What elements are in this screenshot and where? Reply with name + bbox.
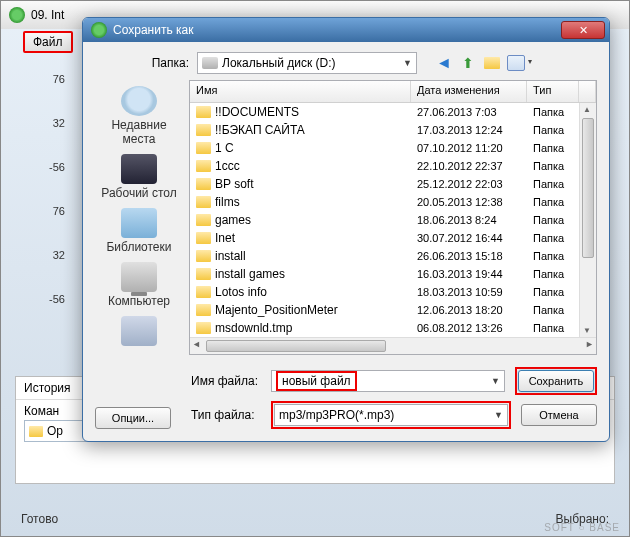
file-name: Inet: [215, 231, 235, 245]
file-type: Папка: [527, 250, 579, 262]
folder-icon: [196, 196, 211, 208]
back-icon[interactable]: ◄: [435, 54, 453, 72]
up-folder-icon[interactable]: ⬆: [459, 54, 477, 72]
file-date: 26.06.2013 15:18: [411, 250, 527, 262]
file-row[interactable]: games18.06.2013 8:24Папка: [190, 211, 596, 229]
sidebar-network[interactable]: [95, 314, 183, 350]
file-row[interactable]: Majento_PositionMeter12.06.2013 18:20Пап…: [190, 301, 596, 319]
filetype-label: Тип файла:: [191, 408, 261, 422]
close-button[interactable]: ✕: [561, 21, 605, 39]
folder-dropdown[interactable]: Локальный диск (D:) ▼: [197, 52, 417, 74]
file-row[interactable]: msdownld.tmp06.08.2012 13:26Папка: [190, 319, 596, 337]
file-type: Папка: [527, 124, 579, 136]
file-date: 27.06.2013 7:03: [411, 106, 527, 118]
folder-icon: [196, 232, 211, 244]
scroll-thumb[interactable]: [582, 118, 594, 258]
file-type: Папка: [527, 322, 579, 334]
horizontal-scrollbar[interactable]: [190, 337, 596, 354]
file-type: Папка: [527, 268, 579, 280]
file-row[interactable]: install26.06.2013 15:18Папка: [190, 247, 596, 265]
file-date: 18.06.2013 8:24: [411, 214, 527, 226]
computer-icon: [121, 262, 157, 292]
file-date: 12.06.2013 18:20: [411, 304, 527, 316]
folder-label: Папка:: [145, 56, 189, 70]
filename-input[interactable]: новый файл ▼: [271, 370, 505, 392]
cancel-button[interactable]: Отмена: [521, 404, 597, 426]
file-type: Папка: [527, 304, 579, 316]
file-row[interactable]: 1ccc22.10.2012 22:37Папка: [190, 157, 596, 175]
file-name: games: [215, 213, 251, 227]
file-row[interactable]: Inet30.07.2012 16:44Папка: [190, 229, 596, 247]
view-menu-icon[interactable]: [507, 54, 525, 72]
file-row[interactable]: 1 С07.10.2012 11:20Папка: [190, 139, 596, 157]
col-date[interactable]: Дата изменения: [411, 81, 527, 102]
ruler-tick: -56: [23, 277, 71, 321]
sidebar-computer[interactable]: Компьютер: [95, 260, 183, 310]
file-name: 1 С: [215, 141, 234, 155]
file-date: 17.03.2013 12:24: [411, 124, 527, 136]
folder-value: Локальный диск (D:): [222, 56, 336, 70]
recent-icon: [121, 86, 157, 116]
file-type: Папка: [527, 142, 579, 154]
filetype-value: mp3/mp3PRO(*.mp3): [279, 408, 394, 422]
file-name: install: [215, 249, 246, 263]
file-date: 20.05.2013 12:38: [411, 196, 527, 208]
file-type: Папка: [527, 214, 579, 226]
folder-icon: [196, 322, 211, 334]
file-name: Lotos info: [215, 285, 267, 299]
new-folder-icon[interactable]: [483, 54, 501, 72]
left-ruler: 76 32 -56 76 32 -56: [23, 57, 71, 321]
folder-icon: [196, 160, 211, 172]
col-name[interactable]: Имя: [190, 81, 411, 102]
file-date: 25.12.2012 22:03: [411, 178, 527, 190]
file-date: 06.08.2012 13:26: [411, 322, 527, 334]
ruler-tick: 32: [23, 233, 71, 277]
ruler-tick: 76: [23, 57, 71, 101]
file-type: Папка: [527, 196, 579, 208]
file-date: 22.10.2012 22:37: [411, 160, 527, 172]
file-row[interactable]: install games16.03.2013 19:44Папка: [190, 265, 596, 283]
dialog-icon: [91, 22, 107, 38]
file-list-panel: Имя Дата изменения Тип !!DOCUMENTS27.06.…: [189, 80, 597, 355]
file-type: Папка: [527, 286, 579, 298]
file-row[interactable]: Lotos info18.03.2013 10:59Папка: [190, 283, 596, 301]
folder-icon: [196, 250, 211, 262]
vertical-scrollbar[interactable]: [579, 103, 596, 337]
col-scroll-gap: [579, 81, 596, 102]
app-icon: [9, 7, 25, 23]
save-button[interactable]: Сохранить: [518, 370, 594, 392]
file-date: 07.10.2012 11:20: [411, 142, 527, 154]
options-button[interactable]: Опции...: [95, 407, 171, 429]
ruler-tick: 76: [23, 189, 71, 233]
commands-label: Коман: [24, 404, 59, 418]
folder-icon: [196, 124, 211, 136]
file-row[interactable]: BP soft25.12.2012 22:03Папка: [190, 175, 596, 193]
folder-icon: [196, 106, 211, 118]
chevron-down-icon: ▼: [403, 58, 412, 68]
sidebar-label: Недавние места: [97, 118, 181, 146]
file-name: films: [215, 195, 240, 209]
col-type[interactable]: Тип: [527, 81, 579, 102]
dialog-title: Сохранить как: [113, 23, 561, 37]
file-row[interactable]: !!DOCUMENTS27.06.2013 7:03Папка: [190, 103, 596, 121]
scroll-thumb[interactable]: [206, 340, 386, 352]
folder-icon: [196, 304, 211, 316]
sidebar-label: Рабочий стол: [101, 186, 176, 200]
sidebar-label: Компьютер: [108, 294, 170, 308]
file-row[interactable]: films20.05.2013 12:38Папка: [190, 193, 596, 211]
file-header: Имя Дата изменения Тип: [190, 81, 596, 103]
filetype-dropdown[interactable]: mp3/mp3PRO(*.mp3) ▼: [274, 404, 508, 426]
sidebar-recent[interactable]: Недавние места: [95, 84, 183, 148]
sidebar-libraries[interactable]: Библиотеки: [95, 206, 183, 256]
filename-label: Имя файла:: [191, 374, 261, 388]
file-row[interactable]: !!БЭКАП САЙТА17.03.2013 12:24Папка: [190, 121, 596, 139]
network-icon: [121, 316, 157, 346]
file-name: !!DOCUMENTS: [215, 105, 299, 119]
file-date: 16.03.2013 19:44: [411, 268, 527, 280]
file-type: Папка: [527, 178, 579, 190]
file-menu-button[interactable]: Файл: [23, 31, 73, 53]
file-name: install games: [215, 267, 285, 281]
file-list[interactable]: !!DOCUMENTS27.06.2013 7:03Папка!!БЭКАП С…: [190, 103, 596, 337]
sidebar-desktop[interactable]: Рабочий стол: [95, 152, 183, 202]
folder-icon: [196, 178, 211, 190]
